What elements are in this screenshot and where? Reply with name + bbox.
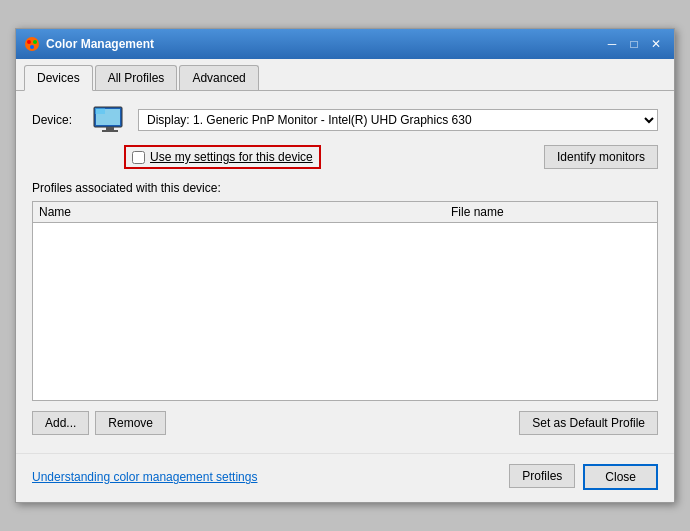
device-row: Device: Display: 1. Generic PnP Monitor … (32, 105, 658, 135)
understanding-link[interactable]: Understanding color management settings (32, 470, 257, 484)
table-header: Name File name (33, 202, 657, 223)
table-header-name: Name (39, 205, 451, 219)
svg-point-2 (33, 40, 37, 44)
tab-all-profiles[interactable]: All Profiles (95, 65, 178, 90)
maximize-button[interactable]: □ (624, 34, 644, 54)
bottom-buttons-row: Add... Remove Set as Default Profile (32, 411, 658, 435)
footer: Understanding color management settings … (16, 453, 674, 502)
window-title: Color Management (46, 37, 154, 51)
color-management-window: Color Management ─ □ ✕ Devices All Profi… (15, 28, 675, 503)
close-button[interactable]: Close (583, 464, 658, 490)
title-bar: Color Management ─ □ ✕ (16, 29, 674, 59)
device-label: Device: (32, 113, 82, 127)
device-dropdown-wrapper: Display: 1. Generic PnP Monitor - Intel(… (138, 109, 658, 131)
checkbox-highlight: Use my settings for this device (124, 145, 321, 169)
minimize-button[interactable]: ─ (602, 34, 622, 54)
tab-content: Device: Display: 1. Generic PnP Monitor … (16, 91, 674, 449)
title-bar-buttons: ─ □ ✕ (602, 34, 666, 54)
svg-point-1 (27, 40, 31, 44)
profiles-table: Name File name (32, 201, 658, 401)
device-dropdown[interactable]: Display: 1. Generic PnP Monitor - Intel(… (138, 109, 658, 131)
svg-point-3 (30, 45, 34, 49)
checkbox-label-text: Use my settings for this device (150, 150, 313, 164)
window-close-button[interactable]: ✕ (646, 34, 666, 54)
table-header-filename: File name (451, 205, 651, 219)
monitor-icon (92, 105, 128, 135)
tab-advanced[interactable]: Advanced (179, 65, 258, 90)
use-my-settings-label[interactable]: Use my settings for this device (150, 150, 313, 164)
svg-rect-7 (106, 127, 114, 130)
color-management-icon (24, 36, 40, 52)
set-as-default-button[interactable]: Set as Default Profile (519, 411, 658, 435)
checkbox-identify-row: Use my settings for this device Identify… (124, 145, 658, 169)
title-bar-left: Color Management (24, 36, 154, 52)
identify-monitors-button[interactable]: Identify monitors (544, 145, 658, 169)
footer-buttons: Profiles Close (509, 464, 658, 490)
svg-rect-8 (102, 130, 118, 132)
profiles-button[interactable]: Profiles (509, 464, 575, 488)
table-body (33, 223, 657, 397)
profiles-section-label: Profiles associated with this device: (32, 181, 658, 195)
remove-button[interactable]: Remove (95, 411, 166, 435)
add-button[interactable]: Add... (32, 411, 89, 435)
use-my-settings-checkbox[interactable] (132, 151, 145, 164)
svg-rect-6 (95, 108, 105, 114)
tab-devices[interactable]: Devices (24, 65, 93, 91)
tab-bar: Devices All Profiles Advanced (16, 59, 674, 91)
